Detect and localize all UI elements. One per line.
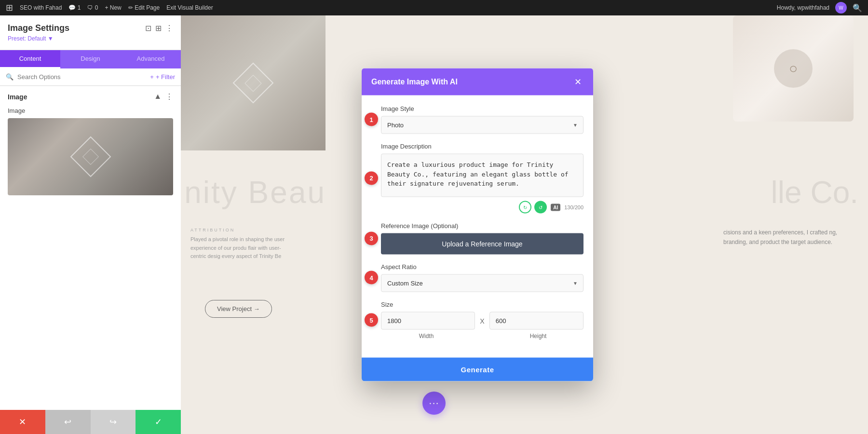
size-group: 5 Size X Width Height xyxy=(371,301,583,339)
image-style-select[interactable]: Photo xyxy=(381,116,583,134)
section-title: Image xyxy=(8,93,27,101)
height-label: Height xyxy=(493,333,583,339)
image-preview[interactable] xyxy=(8,118,173,195)
more-options-icon[interactable]: ⋮ xyxy=(165,24,173,33)
tab-content[interactable]: Content xyxy=(0,50,60,68)
modal-header: Generate Image With AI ✕ xyxy=(362,68,593,95)
panel-title: Image Settings xyxy=(8,23,69,33)
size-labels: Width Height xyxy=(381,333,583,339)
modal-close-button[interactable]: ✕ xyxy=(572,76,583,88)
modal-title: Generate Image With AI xyxy=(371,78,458,86)
image-label-row: Image xyxy=(8,107,173,114)
size-separator: X xyxy=(480,317,484,325)
wp-logo-icon[interactable]: ⊞ xyxy=(6,2,13,13)
image-description-group: 2 Image Description Create a luxurious p… xyxy=(371,143,583,214)
filter-button[interactable]: + + Filter xyxy=(150,73,175,81)
edit-page-link[interactable]: ✏ Edit Page xyxy=(128,4,160,11)
textarea-icons: ↻ ↺ xyxy=(519,201,547,214)
refresh-icon[interactable]: ↻ xyxy=(519,201,531,214)
product-image: ○ xyxy=(733,15,854,122)
attribution-text: Played a pivotal role in shaping the use… xyxy=(190,235,287,261)
search-icon-panel: 🔍 xyxy=(6,73,14,81)
image-style-label: Image Style xyxy=(381,105,583,112)
collapse-icon[interactable]: ▲ xyxy=(154,92,162,101)
cancel-button[interactable]: ✕ xyxy=(0,410,45,434)
copy-icon[interactable]: ↺ xyxy=(534,201,547,214)
trinity-text-2: lle Co. xyxy=(771,175,858,210)
preset-label[interactable]: Preset: Default ▼ xyxy=(8,35,173,42)
image-description-textarea[interactable]: Create a luxurious product image for Tri… xyxy=(381,154,583,197)
reference-image-label: Reference Image (Optional) xyxy=(381,222,583,230)
aspect-ratio-label: Aspect Ratio xyxy=(381,263,583,271)
generate-image-modal: Generate Image With AI ✕ 1 Image Style P… xyxy=(362,68,593,381)
site-name[interactable]: SEO with Fahad xyxy=(20,4,62,11)
exit-builder-link[interactable]: Exit Visual Builder xyxy=(166,4,213,11)
aspect-ratio-group: 4 Aspect Ratio Custom Size xyxy=(371,263,583,292)
step-3-circle: 3 xyxy=(365,231,378,245)
section-more-icon[interactable]: ⋮ xyxy=(165,92,173,101)
textarea-footer: ↻ ↺ AI 130/200 xyxy=(381,201,583,214)
undo-button[interactable]: ↩ xyxy=(45,410,91,434)
admin-bar-right: Howdy, wpwithfahad W 🔍 xyxy=(777,2,862,14)
attribution-label: ATTRIBUTION xyxy=(190,228,287,232)
new-button[interactable]: + New xyxy=(105,4,121,11)
admin-bar-left: ⊞ SEO with Fahad 💬 1 🗨 0 + New ✏ Edit Pa… xyxy=(6,2,769,13)
image-label: Image xyxy=(8,107,25,114)
bottom-action-bar: ✕ ↩ ↪ ✓ xyxy=(0,410,181,434)
image-style-select-wrapper: Photo xyxy=(381,116,583,134)
expand-icon[interactable]: ⊞ xyxy=(155,24,162,33)
aspect-ratio-select-wrapper: Custom Size xyxy=(381,274,583,292)
left-panel: Image Settings ⊡ ⊞ ⋮ Preset: Default ▼ C… xyxy=(0,15,181,434)
search-options-input[interactable] xyxy=(17,73,146,81)
hero-image xyxy=(181,15,326,150)
tab-design[interactable]: Design xyxy=(60,50,121,68)
step-5-circle: 5 xyxy=(365,313,378,327)
redo-button[interactable]: ↪ xyxy=(91,410,136,434)
char-count: 130/200 xyxy=(564,204,583,210)
floating-btn-icon: ··· xyxy=(429,397,439,409)
howdy-text: Howdy, wpwithfahad xyxy=(777,4,829,11)
reference-image-group: 3 Reference Image (Optional) Upload a Re… xyxy=(371,222,583,255)
aspect-ratio-select[interactable]: Custom Size xyxy=(381,274,583,292)
generate-button[interactable]: Generate xyxy=(362,358,593,381)
section-actions: ▲ ⋮ xyxy=(154,92,173,101)
trinity-text-1: inity Beau xyxy=(181,175,326,210)
comments-icon[interactable]: 💬 1 xyxy=(68,4,81,11)
panel-header: Image Settings ⊡ ⊞ ⋮ Preset: Default ▼ xyxy=(0,15,181,50)
comment-count[interactable]: 🗨 0 xyxy=(87,4,98,11)
image-section: Image ▲ ⋮ Image xyxy=(0,86,181,434)
size-inputs: X xyxy=(381,312,583,330)
avatar-icon: W xyxy=(835,2,847,14)
step-4-circle: 4 xyxy=(365,271,378,285)
view-project-button[interactable]: View Project → xyxy=(205,300,272,318)
image-style-group: 1 Image Style Photo xyxy=(371,105,583,134)
width-input[interactable] xyxy=(381,312,475,330)
page-background: Image Settings ⊡ ⊞ ⋮ Preset: Default ▼ C… xyxy=(0,15,868,434)
attribution-section: ATTRIBUTION Played a pivotal role in sha… xyxy=(186,223,292,266)
size-label: Size xyxy=(381,301,583,308)
admin-bar: ⊞ SEO with Fahad 💬 1 🗨 0 + New ✏ Edit Pa… xyxy=(0,0,868,15)
panel-search-bar: 🔍 + + Filter xyxy=(0,68,181,86)
save-button[interactable]: ✓ xyxy=(136,410,181,434)
step-2-circle: 2 xyxy=(365,171,378,185)
width-label: Width xyxy=(381,333,472,339)
floating-action-button[interactable]: ··· xyxy=(422,392,446,415)
step-1-circle: 1 xyxy=(365,113,378,126)
right-content: cisions and a keen preferences, I crafte… xyxy=(723,228,858,247)
upload-reference-button[interactable]: Upload a Reference Image xyxy=(381,233,583,255)
minimize-icon[interactable]: ⊡ xyxy=(145,24,151,33)
modal-body: 1 Image Style Photo 2 Image Description … xyxy=(362,95,593,358)
height-input[interactable] xyxy=(489,312,583,330)
ai-badge: AI xyxy=(551,203,560,211)
image-description-label: Image Description xyxy=(381,143,583,150)
search-icon[interactable]: 🔍 xyxy=(853,3,862,13)
textarea-wrapper: Create a luxurious product image for Tri… xyxy=(381,154,583,214)
panel-tabs: Content Design Advanced xyxy=(0,50,181,68)
section-header: Image ▲ ⋮ xyxy=(8,92,173,101)
tab-advanced[interactable]: Advanced xyxy=(121,50,181,68)
